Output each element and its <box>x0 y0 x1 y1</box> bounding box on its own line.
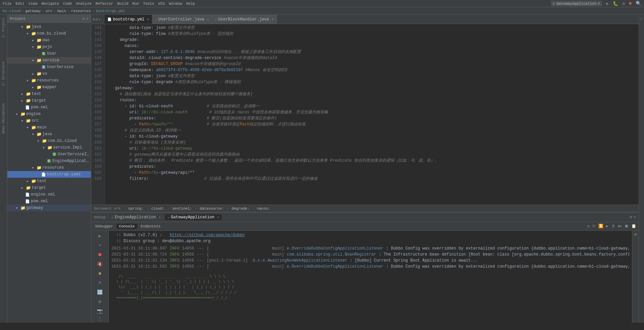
debug-tab-engine[interactable]: ☕ EngineApplication ✕ <box>109 214 163 220</box>
menu-vcs[interactable]: VCS <box>158 2 165 6</box>
breadcrumb-datasource[interactable]: datasource: <box>200 207 224 211</box>
debug-settings-btn[interactable]: ⚙ <box>96 297 104 306</box>
tree-item-t1[interactable]: ▾📁java <box>7 23 91 30</box>
tree-item-t12[interactable]: ▸📁target <box>7 97 91 104</box>
tree-item-t24[interactable]: ▸📁test <box>7 178 91 184</box>
debug-tool-7[interactable]: ⏹ <box>624 224 630 229</box>
tree-item-t6[interactable]: ▾📁service <box>7 57 91 64</box>
tree-item-t8[interactable]: ▸📁vo <box>7 70 91 77</box>
path-src[interactable]: src <box>46 9 52 13</box>
debug-more-btn[interactable]: ⋮ <box>98 316 102 321</box>
tree-item-t5[interactable]: CUser <box>7 50 91 57</box>
log-class-2[interactable]: com.alibaba.spring.util.BeanRegistrar <box>287 252 376 258</box>
debug-camera-btn[interactable]: 📷 <box>96 307 104 315</box>
debug-subtab-endpoints[interactable]: Endpoints <box>138 224 163 229</box>
debug-frames-btn[interactable]: ≡ <box>96 279 104 287</box>
debug-console[interactable]: :: Dubbo (v2.7.6) : https://github.com/a… <box>109 231 632 323</box>
debug-panel-close[interactable]: ✕ <box>634 215 636 220</box>
code-lines[interactable]: data-type: json #配置文件类型 rule-type: flow … <box>105 24 639 205</box>
tab-pin-icon[interactable]: — <box>101 17 104 21</box>
tab-close-bootstrap[interactable]: ✕ <box>147 17 149 21</box>
search-everywhere-button[interactable]: 🔍 <box>636 1 641 6</box>
tree-item-t13[interactable]: 📄pom.xml <box>7 104 91 111</box>
project-icon[interactable]: 1: Project <box>1 16 6 39</box>
tree-item-t20[interactable]: CUserServiceImpl <box>7 151 91 158</box>
menu-analyze[interactable]: Analyze <box>76 2 91 6</box>
breadcrumb-sentinel[interactable]: sentinel: <box>172 207 192 211</box>
tab-usercontroller[interactable]: ☕ UserController.java ✕ <box>152 15 212 24</box>
tree-item-t14[interactable]: ▾📁engine <box>7 111 91 117</box>
debug-breakpoints-btn[interactable]: ⊕ <box>96 270 104 278</box>
debug-step-over-btn[interactable]: ↷ <box>96 241 104 250</box>
debug-button[interactable]: 🐛 <box>613 1 618 6</box>
tree-item-t7[interactable]: IUserService <box>7 64 91 70</box>
menu-code[interactable]: Code <box>63 2 72 6</box>
tree-item-t4[interactable]: ▾📁pojo <box>7 44 91 50</box>
tree-item-t15[interactable]: ▾📁src <box>7 117 91 124</box>
tab-settings-icon[interactable]: ⚙ <box>93 17 95 21</box>
path-bicloud[interactable]: bi-cloud <box>3 9 20 13</box>
debug-tool-1[interactable]: ⇅ <box>586 224 591 229</box>
tree-item-t10[interactable]: ▸📁mapper <box>7 84 91 91</box>
tree-item-t23[interactable]: 📄bootstrap.yaml <box>7 171 91 178</box>
tab-close-userblockhandler[interactable]: ✕ <box>271 17 274 21</box>
breadcrumb-nacos[interactable]: nacos: <box>257 207 270 211</box>
dubbo-link[interactable]: https://github.com/apache/dubbo <box>170 232 245 238</box>
stop-button[interactable]: ■ <box>629 1 632 6</box>
sidebar-close-icon[interactable]: ✕ <box>86 16 88 21</box>
menu-run[interactable]: Run <box>132 2 139 6</box>
tree-item-t25[interactable]: ▸📁target <box>7 184 91 191</box>
close-gateway-tab[interactable]: ✕ <box>217 215 219 219</box>
debug-stop-btn[interactable]: ■ <box>96 251 104 259</box>
tab-more-icon[interactable]: ▾ <box>98 17 101 21</box>
debug-tool-4[interactable]: ▶ <box>605 224 609 229</box>
debug-resume-btn[interactable]: ▶ <box>96 232 104 240</box>
log-class-4[interactable]: e.OverrideDubboConfigApplicationListener <box>287 264 384 270</box>
tab-split-icon[interactable]: ⊟ <box>96 17 98 21</box>
menu-build[interactable]: Build <box>117 2 128 6</box>
tree-item-t28[interactable]: ▾📁gateway <box>7 205 91 211</box>
debug-subtab-console[interactable]: Console <box>116 224 137 229</box>
breadcrumb-cloud[interactable]: cloud: <box>151 207 165 211</box>
debug-tool-5[interactable]: ⏸ <box>610 224 616 229</box>
debug-mute-btn[interactable]: 🔇 <box>96 260 104 268</box>
structure-icon[interactable]: 2: Structure <box>1 60 6 87</box>
code-view[interactable]: 1411421431441451461471481491501511521531… <box>91 24 639 205</box>
tree-item-t2[interactable]: ▾📁com.bi.cloud <box>7 30 91 37</box>
breadcrumb-spring[interactable]: spring: <box>128 207 144 211</box>
menu-tools[interactable]: Tools <box>143 2 154 6</box>
debug-tool-6[interactable]: ⏭ <box>617 224 623 229</box>
debug-tool-8[interactable]: 📋 <box>630 224 637 229</box>
tab-bootstrap-yml[interactable]: 📄 bootstrap.yml ✕ <box>105 15 152 24</box>
log-class-3[interactable]: .b.c.e.AwaitingNonWebApplicationListener <box>251 258 347 264</box>
tree-item-t18[interactable]: ▾📁com.bi.cloud <box>7 138 91 144</box>
path-gateway[interactable]: gateway <box>25 9 41 13</box>
debug-tool-3[interactable]: ⏬ <box>597 224 604 229</box>
debug-tool-2[interactable]: ⟳ <box>591 224 597 229</box>
menu-refactor[interactable]: Refactor <box>96 2 113 6</box>
menu-view[interactable]: View <box>29 2 37 6</box>
path-main[interactable]: main <box>57 9 66 13</box>
sidebar-settings-icon[interactable]: ⚙ <box>83 16 85 21</box>
tree-item-t22[interactable]: ▾📁resources <box>7 164 91 171</box>
menu-navigate[interactable]: Navigate <box>41 2 59 6</box>
menu-help[interactable]: Help <box>186 2 195 6</box>
debug-evaluate-btn[interactable]: 🔢 <box>96 288 104 296</box>
run-button[interactable]: ▶ <box>606 1 609 6</box>
breadcrumb-degrade[interactable]: degrade: <box>232 207 249 211</box>
tab-close-usercontroller[interactable]: ✕ <box>207 17 209 21</box>
tab-userblockhandler[interactable]: ☕ UserBlockHandler.java ✕ <box>212 15 277 24</box>
menu-edit[interactable]: Edit <box>15 2 24 6</box>
tree-item-t17[interactable]: ▾📁java <box>7 131 91 138</box>
bean-validation-icon[interactable]: Bean Validation <box>1 102 6 135</box>
tree-item-t19[interactable]: ▾📁service.Impl <box>7 144 91 151</box>
path-bootstrap[interactable]: bootstrap.yml <box>96 9 125 13</box>
tree-item-t11[interactable]: ▸📁test <box>7 91 91 97</box>
debug-tab-gateway[interactable]: ☕ GatewayApplication ✕ <box>165 214 222 220</box>
log-class-1[interactable]: e.OverrideDubboConfigApplicationListener <box>287 245 384 252</box>
tree-item-t16[interactable]: ▾📁main <box>7 124 91 131</box>
close-engine-tab[interactable]: ✕ <box>159 215 161 219</box>
tree-item-t27[interactable]: 📄pom.xml <box>7 198 91 205</box>
run-app-selector[interactable]: ▶ GatewayApplication ▼ <box>551 1 602 6</box>
debug-expand-icon[interactable]: ⊞ <box>634 232 637 237</box>
